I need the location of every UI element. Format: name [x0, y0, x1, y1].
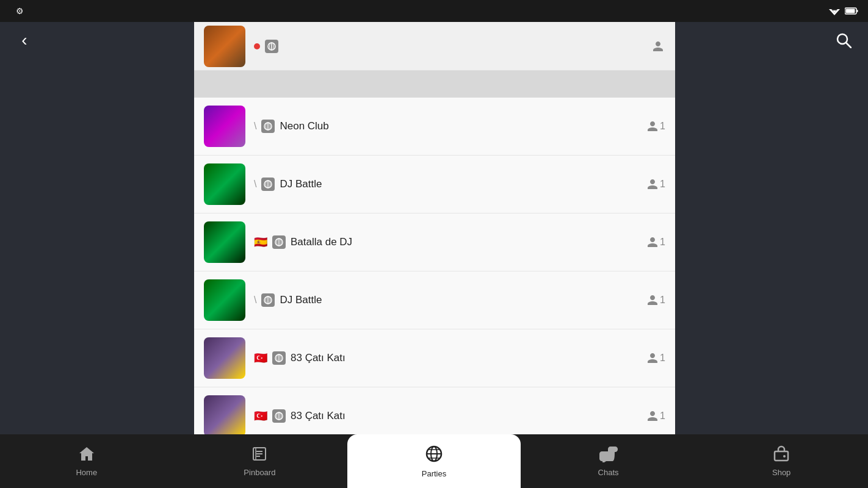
list-item-name: Neon Club: [280, 120, 328, 132]
search-button[interactable]: [829, 22, 858, 59]
battery-icon: [845, 7, 858, 15]
nav-icon-shop: [773, 445, 790, 465]
top-item-thumb: [204, 26, 245, 67]
count-num: 1: [660, 411, 665, 422]
list-item-count: 1: [648, 411, 665, 422]
parties-list: \ Neon Club 1 \ DJ Battle 1 🇪🇸: [194, 98, 675, 434]
right-sidebar: [675, 22, 868, 434]
list-item-info: \ Neon Club: [254, 120, 639, 133]
list-item-count: 1: [648, 295, 665, 306]
game-icon: [272, 409, 286, 423]
nav-label-chats: Chats: [598, 468, 619, 477]
settings-icon: ⚙: [16, 6, 24, 16]
flag-icon: 🇹🇷: [254, 351, 267, 365]
status-right: [829, 7, 858, 15]
svg-rect-5: [857, 10, 858, 12]
top-item-info: [254, 40, 645, 53]
game-icon: [261, 293, 275, 307]
svg-rect-39: [775, 451, 788, 461]
count-num: 1: [660, 121, 665, 132]
live-dot: [254, 43, 260, 49]
flag-icon: 🇪🇸: [254, 235, 267, 249]
left-sidebar: [0, 22, 194, 434]
list-item-name: Batalla de DJ: [291, 236, 352, 248]
back-icon: ‹: [21, 30, 27, 50]
nav-icon-pinboard: [251, 445, 268, 465]
wifi-icon: [829, 7, 840, 15]
nav-item-parties[interactable]: Parties: [347, 434, 521, 488]
status-bar: ⚙: [0, 0, 868, 22]
nav-item-home[interactable]: Home: [0, 434, 173, 488]
list-item[interactable]: \ Neon Club 1: [194, 98, 675, 156]
slash-icon: \: [254, 179, 256, 190]
main-area: \ Neon Club 1 \ DJ Battle 1 🇪🇸: [0, 22, 868, 434]
nav-label-shop: Shop: [772, 468, 790, 477]
center-panel: \ Neon Club 1 \ DJ Battle 1 🇪🇸: [194, 22, 675, 434]
list-item-count: 1: [648, 179, 665, 190]
list-item-thumb: [204, 279, 245, 321]
nav-label-home: Home: [76, 468, 97, 477]
flag-icon: 🇹🇷: [254, 409, 267, 423]
nav-item-pinboard[interactable]: Pinboard: [173, 434, 347, 488]
list-item[interactable]: 🇹🇷 83 Çatı Katı 1: [194, 329, 675, 387]
slash-icon: \: [254, 295, 256, 306]
nav-item-shop[interactable]: Shop: [695, 434, 868, 488]
svg-rect-4: [846, 9, 855, 13]
top-item-rooftop[interactable]: [194, 22, 675, 71]
slash-icon: \: [254, 121, 256, 132]
list-item-count: 1: [648, 237, 665, 248]
list-item-name: 83 Çatı Katı: [291, 352, 345, 364]
game-icon: [261, 120, 275, 133]
count-num: 1: [660, 179, 665, 190]
count-num: 1: [660, 353, 665, 364]
nav-item-chats[interactable]: Chats: [522, 434, 695, 488]
list-item-info: 🇪🇸 Batalla de DJ: [254, 235, 639, 249]
list-item-count: 1: [648, 121, 665, 132]
back-button[interactable]: ‹: [10, 22, 39, 59]
search-icon: [836, 32, 852, 48]
svg-point-40: [783, 455, 786, 458]
list-item-thumb: [204, 395, 245, 434]
svg-line-7: [846, 43, 851, 48]
list-item-info: \ DJ Battle: [254, 178, 639, 191]
bottom-nav: Home Pinboard Parties Chats Shop: [0, 434, 868, 488]
list-item-thumb: [204, 221, 245, 263]
list-item[interactable]: \ DJ Battle 1: [194, 271, 675, 329]
list-item[interactable]: 🇪🇸 Batalla de DJ 1: [194, 214, 675, 271]
list-item-name: 83 Çatı Katı: [291, 410, 345, 422]
nav-icon-chats: [599, 445, 618, 465]
game-icon: [272, 235, 286, 249]
list-item-count: 1: [648, 353, 665, 364]
nav-label-pinboard: Pinboard: [244, 468, 275, 477]
game-icon: [272, 351, 286, 365]
section-header: [194, 71, 675, 98]
count-num: 1: [660, 295, 665, 306]
top-item-count: [653, 41, 665, 52]
game-icon: [261, 178, 275, 191]
list-item-name: DJ Battle: [280, 294, 322, 306]
list-item[interactable]: 🇹🇷 83 Çatı Katı 1: [194, 387, 675, 434]
list-item-info: 🇹🇷 83 Çatı Katı: [254, 351, 639, 365]
list-item-name: DJ Battle: [280, 178, 322, 190]
list-item-thumb: [204, 106, 245, 147]
status-left: ⚙: [10, 6, 24, 16]
list-item-info: 🇹🇷 83 Çatı Katı: [254, 409, 639, 423]
nav-icon-parties: [424, 444, 444, 467]
nav-label-parties: Parties: [422, 469, 446, 478]
list-item-thumb: [204, 337, 245, 379]
list-item-thumb: [204, 163, 245, 205]
nav-icon-home: [78, 445, 95, 465]
list-item-info: \ DJ Battle: [254, 293, 639, 307]
game-icon: [265, 40, 278, 53]
count-num: 1: [660, 237, 665, 248]
list-item[interactable]: \ DJ Battle 1: [194, 156, 675, 214]
